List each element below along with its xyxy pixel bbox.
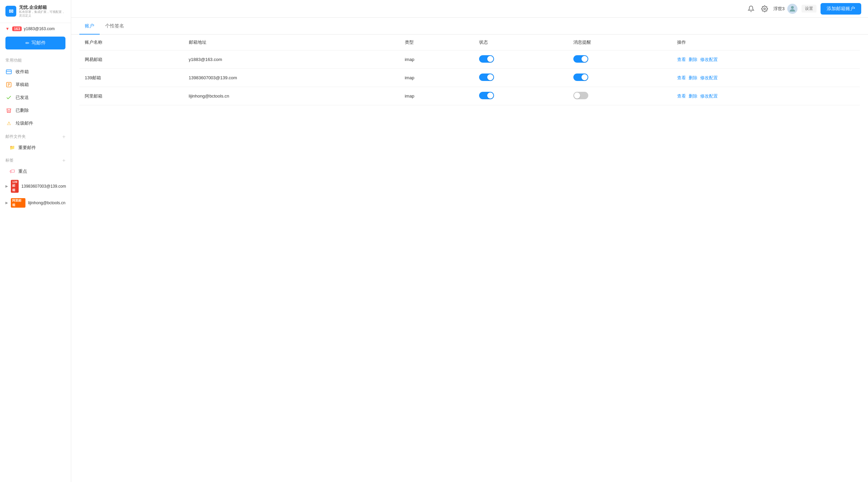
cell-status-1[interactable] [474, 69, 568, 87]
compose-label: 写邮件 [32, 40, 46, 46]
sidebar: ✉ 无忧.企业邮箱 私有部署，集成扩展，可视配置，灵活定义 ▼ 163 y188… [0, 0, 71, 482]
cell-type-0: imap [399, 50, 474, 69]
cell-notify-0[interactable] [568, 50, 672, 69]
table-row: 139邮箱 13983607003@139.com imap 查看 删除 修改配… [79, 69, 860, 87]
sidebar-item-sent[interactable]: 已发送 [0, 91, 71, 104]
status-toggle-0[interactable] [479, 55, 494, 63]
cell-email-1: 13983607003@139.com [183, 69, 399, 87]
trash-icon [5, 107, 12, 114]
sidebar-account-ali[interactable]: ▶ 阿里邮箱 lijinhong@bctools.cn [0, 195, 71, 210]
action-delete-1[interactable]: 删除 [689, 75, 697, 81]
folder-section-header: 邮件文件夹 + [0, 132, 71, 142]
account-139-email: 13983607003@139.com [21, 184, 66, 189]
add-folder-icon[interactable]: + [62, 134, 65, 140]
notify-toggle-0[interactable] [573, 55, 588, 63]
tabs-bar: 账户 个性签名 [71, 18, 868, 35]
cell-name-0: 网易邮箱 [79, 50, 183, 69]
cell-notify-1[interactable] [568, 69, 672, 87]
sidebar-item-spam[interactable]: ⚠ 垃圾邮件 [0, 117, 71, 130]
main-area: 浮世3 设置 添加邮箱账户 账户 个性签名 账户名称 邮箱地址 类型 [71, 0, 868, 482]
settings-label[interactable]: 设置 [802, 5, 816, 13]
action-view-1[interactable]: 查看 [677, 75, 686, 81]
topbar-right: 浮世3 设置 添加邮箱账户 [746, 3, 861, 15]
sent-icon [5, 94, 12, 101]
sidebar-item-drafts[interactable]: 草稿箱 [0, 78, 71, 91]
col-email: 邮箱地址 [183, 35, 399, 50]
key-tag-label: 重点 [18, 168, 27, 174]
col-notify: 消息提醒 [568, 35, 672, 50]
app-logo-icon: ✉ [5, 6, 16, 17]
trash-label: 已删除 [16, 107, 65, 113]
account-ali-logo: 阿里邮箱 [11, 198, 25, 208]
cell-actions-0: 查看 删除 修改配置 [672, 50, 860, 69]
tab-signature[interactable]: 个性签名 [100, 18, 130, 35]
spam-icon: ⚠ [5, 120, 12, 127]
add-account-button[interactable]: 添加邮箱账户 [821, 3, 861, 15]
sidebar-item-important[interactable]: 📁 重要邮件 [0, 142, 71, 153]
inbox-label: 收件箱 [16, 69, 65, 75]
account-table: 账户名称 邮箱地址 类型 状态 消息提醒 操作 网易邮箱 y1883@163.c… [79, 35, 860, 105]
notify-toggle-1[interactable] [573, 74, 588, 81]
cell-email-2: lijinhong@bctools.cn [183, 87, 399, 105]
action-delete-2[interactable]: 删除 [689, 93, 697, 99]
topbar: 浮世3 设置 添加邮箱账户 [71, 0, 868, 18]
cell-notify-2[interactable] [568, 87, 672, 105]
account-139-arrow: ▶ [5, 184, 8, 188]
account-provider-badge: 163 [12, 26, 22, 31]
action-delete-0[interactable]: 删除 [689, 57, 697, 63]
common-section-label: 常用功能 [0, 56, 71, 65]
action-config-0[interactable]: 修改配置 [700, 57, 718, 63]
sidebar-item-key-tag[interactable]: 🏷 重点 [0, 166, 71, 177]
notify-toggle-2[interactable] [573, 92, 588, 99]
main-content: 账户 个性签名 账户名称 邮箱地址 类型 状态 消息提醒 操作 网易邮箱 [71, 18, 868, 482]
app-logo-text: 无忧.企业邮箱 私有部署，集成扩展，可视配置，灵活定义 [19, 5, 65, 18]
compose-icon: ✏ [25, 40, 29, 46]
svg-rect-0 [6, 70, 12, 74]
app-subtitle: 私有部署，集成扩展，可视配置，灵活定义 [19, 10, 65, 18]
cell-name-2: 阿里邮箱 [79, 87, 183, 105]
settings-gear-icon[interactable] [760, 4, 769, 14]
account-139-logo: 139邮箱 [11, 180, 19, 193]
important-folder-label: 重要邮件 [18, 145, 36, 151]
topbar-avatar [787, 4, 797, 14]
col-status: 状态 [474, 35, 568, 50]
spam-label: 垃圾邮件 [16, 120, 65, 126]
account-ali-arrow: ▶ [5, 201, 8, 205]
account-table-container: 账户名称 邮箱地址 类型 状态 消息提醒 操作 网易邮箱 y1883@163.c… [71, 35, 868, 482]
drafts-icon [5, 81, 12, 88]
status-toggle-2[interactable] [479, 92, 494, 99]
cell-actions-2: 查看 删除 修改配置 [672, 87, 860, 105]
key-tag-icon: 🏷 [9, 168, 15, 174]
account-ali-email: lijinhong@bctools.cn [28, 201, 65, 205]
compose-button[interactable]: ✏ 写邮件 [5, 37, 65, 49]
tab-account[interactable]: 账户 [79, 18, 100, 35]
cell-name-1: 139邮箱 [79, 69, 183, 87]
action-view-2[interactable]: 查看 [677, 93, 686, 99]
account-163-badge: ▼ [5, 26, 9, 31]
table-row: 网易邮箱 y1883@163.com imap 查看 删除 修改配置 [79, 50, 860, 69]
tag-section-label: 标签 [5, 158, 14, 163]
sidebar-item-trash[interactable]: 已删除 [0, 104, 71, 117]
col-name: 账户名称 [79, 35, 183, 50]
action-view-0[interactable]: 查看 [677, 57, 686, 63]
logo-area: ✉ 无忧.企业邮箱 私有部署，集成扩展，可视配置，灵活定义 [0, 0, 71, 23]
app-name: 无忧.企业邮箱 [19, 5, 65, 10]
sent-label: 已发送 [16, 95, 65, 101]
drafts-label: 草稿箱 [16, 82, 65, 88]
cell-type-2: imap [399, 87, 474, 105]
col-type: 类型 [399, 35, 474, 50]
action-config-1[interactable]: 修改配置 [700, 75, 718, 81]
table-header-row: 账户名称 邮箱地址 类型 状态 消息提醒 操作 [79, 35, 860, 50]
notification-icon[interactable] [746, 4, 756, 14]
cell-status-0[interactable] [474, 50, 568, 69]
cell-type-1: imap [399, 69, 474, 87]
cell-status-2[interactable] [474, 87, 568, 105]
sidebar-item-inbox[interactable]: 收件箱 [0, 65, 71, 78]
status-toggle-1[interactable] [479, 74, 494, 81]
folder-section-label: 邮件文件夹 [5, 134, 26, 140]
add-tag-icon[interactable]: + [62, 158, 65, 164]
topbar-user[interactable]: 浮世3 [773, 4, 797, 14]
sidebar-account-139[interactable]: ▶ 139邮箱 13983607003@139.com [0, 177, 71, 195]
action-config-2[interactable]: 修改配置 [700, 93, 718, 99]
current-account: ▼ 163 y1883@163.com [0, 23, 71, 35]
